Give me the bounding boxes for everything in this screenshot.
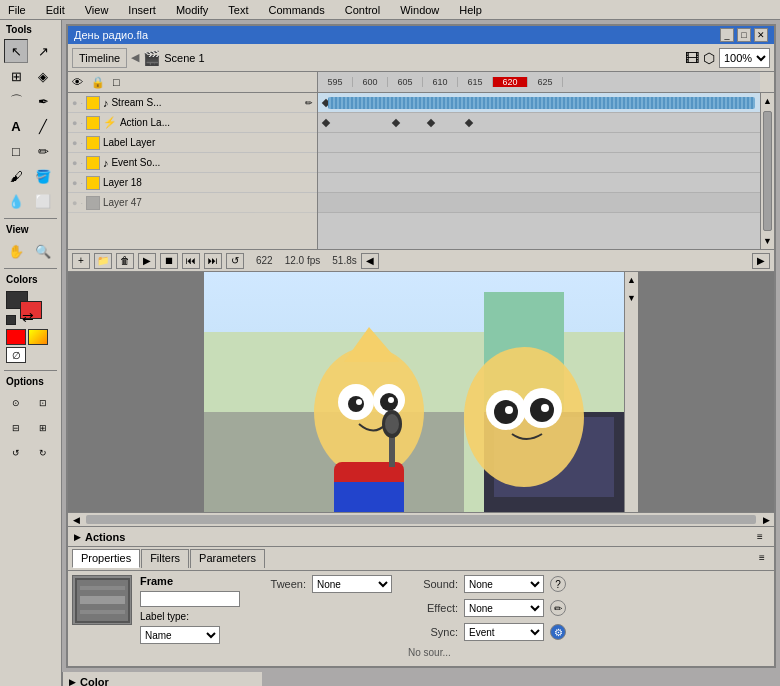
label-type-select[interactable]: Name Comment Anchor (140, 626, 220, 644)
layer-1-edit-icon[interactable]: ✏ (305, 98, 313, 108)
stage-scroll-up[interactable]: ▲ (625, 272, 638, 288)
frame-row-1[interactable] (318, 93, 760, 113)
sync-select[interactable]: Event Start Stop Stream (464, 623, 544, 641)
tab-parameters[interactable]: Parameters (190, 549, 265, 568)
option-btn-6[interactable]: ↻ (31, 441, 55, 465)
stage-container[interactable]: Радио (68, 272, 774, 512)
rect-tool[interactable]: □ (4, 139, 28, 163)
pen-tool[interactable]: ✒ (31, 89, 55, 113)
close-btn[interactable]: ✕ (754, 28, 768, 42)
timeline-button[interactable]: Timeline (72, 48, 127, 68)
layers-panel: ● · ♪ Stream S... ✏ ● · ⚡ (68, 93, 318, 249)
frame-row-2[interactable] (318, 113, 760, 133)
color-panel-expand[interactable]: ▶ (69, 677, 76, 687)
layer-label[interactable]: ● · Label Layer (68, 133, 317, 153)
properties-options-btn[interactable]: ≡ (754, 549, 770, 565)
stage-scroll-thumb-h[interactable] (86, 515, 756, 524)
menu-text[interactable]: Text (224, 3, 252, 17)
timeline-area: 👁 🔒 □ 595 600 605 610 615 620 625 (68, 72, 774, 272)
add-layer-btn[interactable]: + (72, 253, 90, 269)
tab-filters[interactable]: Filters (141, 549, 189, 568)
actions-expand-icon[interactable]: ▶ (74, 532, 81, 542)
eraser-tool[interactable]: ⬜ (31, 189, 55, 213)
menu-help[interactable]: Help (455, 3, 486, 17)
frame-input[interactable] (140, 591, 240, 607)
zoom-tool[interactable]: 🔍 (31, 239, 55, 263)
menu-view[interactable]: View (81, 3, 113, 17)
svg-point-20 (505, 406, 513, 414)
eyedropper-tool[interactable]: 💧 (4, 189, 28, 213)
layer-event-sound[interactable]: ● · ♪ Event So... (68, 153, 317, 173)
tab-properties[interactable]: Properties (72, 549, 140, 568)
tween-select[interactable]: None Motion Shape (312, 575, 392, 593)
scroll-down-btn[interactable]: ▼ (761, 233, 774, 249)
zoom-select[interactable]: 100% 50% 75% 150% 200% (719, 48, 770, 68)
red-color[interactable] (6, 329, 26, 345)
option-btn-4[interactable]: ⊞ (31, 416, 55, 440)
play-btn[interactable]: ▶ (138, 253, 156, 269)
hand-tool[interactable]: ✋ (4, 239, 28, 263)
scroll-right-btn[interactable]: ▶ (752, 253, 770, 269)
sound-help-icon[interactable]: ? (550, 576, 566, 592)
lasso-tool[interactable]: ⌒ (4, 89, 28, 113)
frame-row-6[interactable] (318, 193, 760, 213)
menu-window[interactable]: Window (396, 3, 443, 17)
sound-row: Sound: None ? (408, 575, 608, 593)
add-folder-btn[interactable]: 📁 (94, 253, 112, 269)
menu-commands[interactable]: Commands (264, 3, 328, 17)
line-tool[interactable]: ╱ (31, 114, 55, 138)
layer-action[interactable]: ● · ⚡ Action La... (68, 113, 317, 133)
black-white-icon[interactable] (6, 315, 16, 325)
delete-layer-btn[interactable]: 🗑 (116, 253, 134, 269)
menu-edit[interactable]: Edit (42, 3, 69, 17)
option-btn-3[interactable]: ⊟ (4, 416, 28, 440)
pencil-tool[interactable]: ✏ (31, 139, 55, 163)
menu-modify[interactable]: Modify (172, 3, 212, 17)
scroll-up-btn[interactable]: ▲ (761, 93, 774, 109)
option-btn-2[interactable]: ⊡ (31, 391, 55, 415)
scroll-left-btn[interactable]: ◀ (361, 253, 379, 269)
menu-insert[interactable]: Insert (124, 3, 160, 17)
effect-select[interactable]: None (464, 599, 544, 617)
free-transform-tool[interactable]: ⊞ (4, 64, 28, 88)
stop-btn[interactable]: ⏹ (160, 253, 178, 269)
menu-file[interactable]: File (4, 3, 30, 17)
step-forward-btn[interactable]: ⏭ (204, 253, 222, 269)
restore-btn[interactable]: □ (737, 28, 751, 42)
sound-select[interactable]: None (464, 575, 544, 593)
option-btn-5[interactable]: ↺ (4, 441, 28, 465)
text-tool[interactable]: A (4, 114, 28, 138)
sync-settings-icon[interactable]: ⚙ (550, 624, 566, 640)
frame-num-625: 625 (528, 77, 563, 87)
stage-scroll-left[interactable]: ◀ (68, 513, 84, 526)
loop-btn[interactable]: ↺ (226, 253, 244, 269)
stage-scroll-down[interactable]: ▼ (625, 290, 638, 306)
minimize-btn[interactable]: _ (720, 28, 734, 42)
layer-18[interactable]: ● · Layer 18 (68, 173, 317, 193)
stage-scroll-right[interactable]: ▶ (758, 513, 774, 526)
layer-47[interactable]: ● · Layer 47 (68, 193, 317, 213)
actions-options-btn[interactable]: ≡ (752, 529, 768, 545)
frame-row-5[interactable] (318, 173, 760, 193)
inkbucket-tool[interactable]: 🪣 (31, 164, 55, 188)
step-back-btn[interactable]: ⏮ (182, 253, 200, 269)
swap-colors-icon[interactable]: ⇄ (22, 309, 34, 325)
no-color[interactable]: ∅ (6, 347, 26, 363)
effect-edit-icon[interactable]: ✏ (550, 600, 566, 616)
timeline-scrollbar-v[interactable]: ▲ ▼ (760, 93, 774, 249)
gradient-tool[interactable]: ◈ (31, 64, 55, 88)
stage[interactable]: Радио (204, 272, 624, 512)
subselect-tool[interactable]: ↗ (31, 39, 55, 63)
eye-icon: 👁 (72, 76, 83, 88)
layer-stream-sound[interactable]: ● · ♪ Stream S... ✏ (68, 93, 317, 113)
brush-tool[interactable]: 🖌 (4, 164, 28, 188)
frame-row-3[interactable] (318, 133, 760, 153)
option-btn-1[interactable]: ⊙ (4, 391, 28, 415)
arrow-tool[interactable]: ↖ (4, 39, 28, 63)
scroll-thumb-v[interactable] (763, 111, 772, 231)
menu-control[interactable]: Control (341, 3, 384, 17)
back-arrow-icon[interactable]: ◀ (131, 51, 139, 64)
frame-row-4[interactable] (318, 153, 760, 173)
gradient-color[interactable] (28, 329, 48, 345)
stage-scrollbar-v[interactable]: ▲ ▼ (624, 272, 638, 512)
